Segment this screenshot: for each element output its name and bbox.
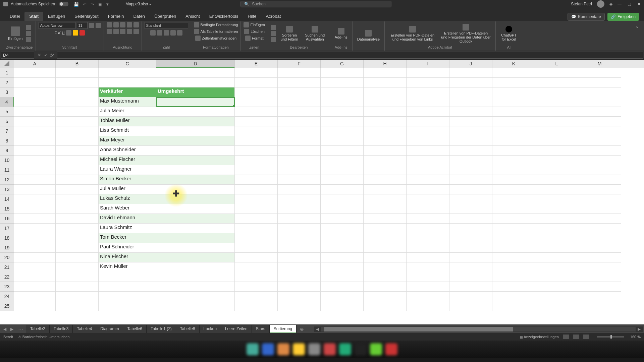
menu-tab-daten[interactable]: Daten (128, 12, 150, 21)
cell[interactable] (578, 97, 621, 107)
cell[interactable] (449, 156, 492, 165)
cell[interactable]: Tobias Müller (99, 117, 156, 126)
cell[interactable] (14, 68, 56, 78)
column-header[interactable]: C (99, 60, 156, 68)
cell[interactable] (364, 165, 407, 175)
cell[interactable] (364, 97, 407, 107)
increase-indent-icon[interactable] (133, 29, 139, 34)
cell[interactable] (56, 194, 99, 204)
cell[interactable] (407, 233, 449, 243)
sheet-tab[interactable]: Diagramm (96, 325, 123, 333)
find-select-button[interactable]: Suchen und Auswählen (303, 25, 327, 42)
cell[interactable] (278, 224, 321, 233)
cell[interactable] (321, 243, 364, 253)
delete-cells-button[interactable]: Löschen (244, 29, 265, 34)
cell[interactable] (535, 282, 578, 292)
row-header[interactable]: 21 (0, 262, 14, 272)
cell[interactable] (449, 165, 492, 175)
chatgpt-button[interactable]: ChatGPT for Excel (498, 25, 519, 42)
autosave-switch[interactable] (59, 2, 68, 6)
cell[interactable] (492, 175, 535, 185)
search-box[interactable]: 🔍 Suchen (240, 1, 391, 7)
collapse-ribbon-button[interactable]: ⌄ (634, 21, 641, 51)
cell[interactable] (278, 146, 321, 156)
cell[interactable] (14, 165, 56, 175)
cell[interactable] (492, 78, 535, 87)
cell[interactable] (321, 204, 364, 214)
cell[interactable] (535, 301, 578, 311)
cell[interactable]: Anna Schneider (99, 146, 156, 156)
cell[interactable]: Verkäufer (99, 87, 156, 97)
cell[interactable] (56, 243, 99, 253)
column-header[interactable]: B (56, 60, 99, 68)
sheet-tab[interactable]: Sortierung (270, 325, 297, 333)
cell[interactable] (156, 107, 235, 117)
cell[interactable] (535, 292, 578, 301)
cell[interactable] (321, 156, 364, 165)
cell[interactable] (407, 136, 449, 146)
row-header[interactable]: 17 (0, 224, 14, 233)
cell[interactable] (535, 175, 578, 185)
cell[interactable] (278, 214, 321, 224)
align-top-icon[interactable] (107, 22, 112, 27)
cell[interactable] (235, 204, 278, 214)
cell[interactable] (156, 136, 235, 146)
cell[interactable] (535, 136, 578, 146)
copy-icon[interactable] (26, 31, 31, 36)
cell[interactable] (156, 68, 235, 78)
cell[interactable] (278, 126, 321, 136)
cell[interactable] (14, 156, 56, 165)
cell[interactable] (321, 87, 364, 97)
fill-color-button[interactable] (73, 30, 78, 36)
underline-button[interactable]: U (62, 31, 65, 35)
cell[interactable] (14, 175, 56, 185)
row-header[interactable]: 6 (0, 117, 14, 126)
save-button[interactable]: 💾 (73, 2, 79, 7)
cell[interactable] (156, 214, 235, 224)
cell[interactable] (449, 185, 492, 194)
cell[interactable] (407, 224, 449, 233)
cell[interactable] (364, 253, 407, 262)
cell[interactable] (492, 117, 535, 126)
display-settings[interactable]: ▦ Anzeigeeinstellungen (520, 335, 559, 339)
cell[interactable] (449, 233, 492, 243)
cell[interactable] (235, 185, 278, 194)
cell[interactable] (578, 262, 621, 272)
column-header[interactable]: J (449, 60, 492, 68)
cell[interactable]: Umgekehrt (156, 87, 235, 97)
cell[interactable] (492, 165, 535, 175)
cell[interactable]: Michael Fischer (99, 156, 156, 165)
cell[interactable] (535, 97, 578, 107)
cell[interactable] (449, 107, 492, 117)
cell[interactable] (56, 272, 99, 282)
cell[interactable] (156, 185, 235, 194)
cell[interactable] (14, 243, 56, 253)
cell[interactable] (278, 233, 321, 243)
cell[interactable] (56, 78, 99, 87)
cell[interactable] (578, 272, 621, 282)
cell[interactable] (321, 262, 364, 272)
cell[interactable] (56, 185, 99, 194)
page-break-view-button[interactable] (583, 335, 589, 339)
cell[interactable]: Laura Wagner (99, 165, 156, 175)
cell[interactable] (578, 233, 621, 243)
cell[interactable] (235, 214, 278, 224)
cell[interactable] (535, 224, 578, 233)
cell[interactable] (14, 262, 56, 272)
cell[interactable] (235, 117, 278, 126)
cell[interactable] (321, 253, 364, 262)
cell[interactable] (578, 194, 621, 204)
cell[interactable] (407, 272, 449, 282)
cell[interactable] (407, 301, 449, 311)
align-left-icon[interactable] (107, 29, 112, 34)
cell[interactable] (364, 107, 407, 117)
cell[interactable] (407, 262, 449, 272)
tab-nav-right[interactable]: ▶ (8, 327, 15, 331)
cell-styles-button[interactable]: Zellenformatvorlagen (195, 36, 236, 41)
cell[interactable] (535, 107, 578, 117)
row-header[interactable]: 20 (0, 253, 14, 262)
cell[interactable] (235, 87, 278, 97)
cell[interactable] (535, 262, 578, 272)
cell[interactable] (156, 272, 235, 282)
sheet-tab[interactable]: Lookup (200, 325, 221, 333)
